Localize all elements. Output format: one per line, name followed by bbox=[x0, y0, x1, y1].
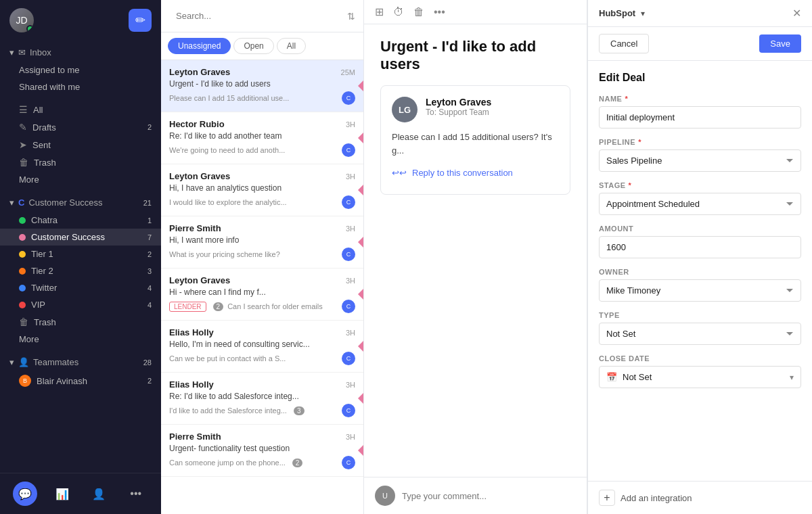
chevron-down-icon: ▾ bbox=[790, 373, 794, 382]
comment-input[interactable] bbox=[402, 491, 576, 501]
cs-badge: 21 bbox=[143, 199, 152, 207]
delete-icon[interactable]: 🗑 bbox=[413, 6, 424, 18]
table-row[interactable]: Leyton Graves 3H Hi, I have an analytics… bbox=[161, 164, 363, 216]
table-row[interactable]: Hector Rubio 3H Re: I'd like to add anot… bbox=[161, 112, 363, 164]
close-date-label: CLOSE DATE bbox=[599, 354, 801, 363]
teammates-section: ▾ 👤 Teammates 28 B Blair Avinash 2 bbox=[0, 350, 161, 393]
sidebar-item-drafts[interactable]: ✎ Drafts 2 bbox=[0, 118, 161, 136]
msg-avatar-sm: C bbox=[342, 352, 355, 365]
add-integration-label: Add an integration bbox=[621, 493, 692, 503]
sidebar-item-tier2[interactable]: Tier 2 3 bbox=[0, 262, 161, 279]
sidebar-item-all[interactable]: ☰ All bbox=[0, 101, 161, 118]
drafts-badge: 2 bbox=[148, 123, 152, 131]
name-input[interactable] bbox=[599, 106, 801, 128]
tab-unassigned[interactable]: Unassigned bbox=[168, 38, 231, 54]
table-row[interactable]: Pierre Smith 3H Urgent- functionality te… bbox=[161, 425, 363, 477]
inbox-group[interactable]: ▾ ✉ Inbox bbox=[0, 43, 161, 62]
more-icon[interactable]: ••• bbox=[434, 6, 445, 18]
inbox-section: ▾ ✉ Inbox Assigned to me Shared with me bbox=[0, 41, 161, 98]
chat-button[interactable]: 💬 bbox=[13, 482, 37, 506]
table-row[interactable]: Leyton Graves 25M Urgent - I'd like to a… bbox=[161, 60, 363, 112]
msg-preview: I would like to explore the analytic... bbox=[169, 198, 287, 206]
close-button[interactable]: ✕ bbox=[792, 7, 801, 20]
tab-all[interactable]: All bbox=[277, 38, 306, 54]
search-input[interactable] bbox=[169, 7, 342, 25]
sidebar-item-shared-with-me[interactable]: Shared with me bbox=[0, 78, 161, 95]
clock-icon[interactable]: ⏱ bbox=[393, 6, 404, 18]
msg-time: 3H bbox=[346, 433, 355, 441]
all-label: All bbox=[33, 105, 43, 115]
sidebar-item-cs-trash[interactable]: 🗑 Trash bbox=[0, 313, 161, 331]
amount-input[interactable] bbox=[599, 236, 801, 258]
sidebar-header: JD ✏ bbox=[0, 0, 161, 41]
msg-time: 3H bbox=[346, 172, 355, 181]
sidebar-item-customer-success[interactable]: Customer Success 7 bbox=[0, 229, 161, 246]
cs-item-label: Customer Success bbox=[31, 232, 105, 242]
table-row[interactable]: Pierre Smith 3H Hi, I want more info Wha… bbox=[161, 216, 363, 268]
customer-success-group[interactable]: ▾ C Customer Success 21 bbox=[0, 193, 161, 212]
reply-icon: ↩↩ bbox=[392, 168, 407, 178]
save-button[interactable]: Save bbox=[759, 34, 801, 53]
date-value: Not Set bbox=[623, 372, 784, 382]
avatar[interactable]: JD bbox=[9, 8, 34, 32]
right-panel: HubSpot ▾ ✕ Cancel Save Edit Deal NAME *… bbox=[587, 0, 812, 514]
form-group-stage: STAGE * Appointment Scheduled Qualified … bbox=[599, 181, 801, 215]
calendar-icon: 📅 bbox=[606, 372, 617, 382]
chevron-down-icon: ▾ bbox=[9, 47, 14, 57]
cancel-button[interactable]: Cancel bbox=[599, 34, 649, 53]
sidebar-item-more[interactable]: More bbox=[0, 171, 161, 188]
compose-button[interactable]: ✏ bbox=[129, 9, 152, 32]
sidebar-item-vip[interactable]: VIP 4 bbox=[0, 296, 161, 313]
panel-body: Edit Deal NAME * PIPELINE * Sales Pipeli… bbox=[588, 61, 812, 481]
twitter-dot bbox=[19, 285, 26, 291]
sender-avatar: LG bbox=[392, 97, 418, 122]
table-row[interactable]: Elias Holly 3H Hello, I'm in need of con… bbox=[161, 321, 363, 373]
stage-select[interactable]: Appointment Scheduled Qualified Proposal… bbox=[599, 193, 801, 215]
trash-label: Trash bbox=[34, 158, 56, 168]
reply-button[interactable]: ↩↩ Reply to this conversation bbox=[392, 162, 559, 183]
sidebar-item-twitter[interactable]: Twitter 4 bbox=[0, 279, 161, 296]
pipeline-select[interactable]: Sales Pipeline Marketing Pipeline bbox=[599, 149, 801, 172]
teammates-group[interactable]: ▾ 👤 Teammates 28 bbox=[0, 353, 161, 371]
sidebar-item-tier1[interactable]: Tier 1 2 bbox=[0, 246, 161, 262]
msg-footer: I'd like to add the Salesforce integ... … bbox=[169, 404, 355, 417]
sort-icon[interactable]: ⇅ bbox=[347, 11, 355, 22]
table-row[interactable]: Elias Holly 3H Re: I'd like to add Sales… bbox=[161, 373, 363, 425]
msg-sender-name: Leyton Graves bbox=[169, 171, 346, 181]
close-date-input[interactable]: 📅 Not Set ▾ bbox=[599, 366, 801, 388]
msg-sender-name: Elias Holly bbox=[169, 379, 346, 390]
chevron-down-icon-tm: ▾ bbox=[9, 357, 14, 367]
customer-success-section: ▾ C Customer Success 21 Chatra 1 Custome… bbox=[0, 191, 161, 350]
sidebar-item-assigned-to-me[interactable]: Assigned to me bbox=[0, 62, 161, 78]
all-icon: ☰ bbox=[19, 104, 28, 115]
table-row[interactable]: Leyton Graves 3H Hi - where can I find m… bbox=[161, 268, 363, 321]
form-group-close-date: CLOSE DATE 📅 Not Set ▾ bbox=[599, 354, 801, 388]
sidebar-item-cs-more[interactable]: More bbox=[0, 331, 161, 348]
type-select[interactable]: Not Set New Business Existing Business bbox=[599, 323, 801, 345]
contacts-button[interactable]: 👤 bbox=[87, 482, 111, 506]
twitter-label: Twitter bbox=[31, 283, 57, 293]
tab-open[interactable]: Open bbox=[233, 38, 273, 54]
sidebar-item-blair[interactable]: B Blair Avinash 2 bbox=[0, 371, 161, 390]
owner-select[interactable]: Mike Timoney Blair Avinash John Smith bbox=[599, 279, 801, 302]
more-options-button[interactable]: ••• bbox=[124, 482, 148, 506]
reply-label: Reply to this conversation bbox=[412, 168, 513, 178]
add-integration-button[interactable]: + Add an integration bbox=[599, 490, 692, 506]
analytics-button[interactable]: 📊 bbox=[50, 482, 74, 506]
sidebar-item-chatra[interactable]: Chatra 1 bbox=[0, 212, 161, 229]
selected-indicator bbox=[358, 393, 363, 404]
inbox-icon: ✉ bbox=[18, 47, 26, 57]
main-content: ⊞ ⏱ 🗑 ••• Urgent - I'd like to add users… bbox=[364, 0, 587, 514]
sidebar-item-sent[interactable]: ➤ Sent bbox=[0, 136, 161, 154]
tab-bar: Unassigned Open All bbox=[161, 32, 363, 60]
person-icon: 👤 bbox=[18, 357, 29, 367]
msg-subject: Hi, I want more info bbox=[169, 235, 355, 245]
form-group-pipeline: PIPELINE * Sales Pipeline Marketing Pipe… bbox=[599, 138, 801, 172]
tier2-label: Tier 2 bbox=[31, 266, 53, 276]
msg-subject: Re: I'd like to add Salesforce integ... bbox=[169, 392, 355, 401]
msg-header: Pierre Smith 3H bbox=[169, 223, 355, 233]
msg-subject: Hi, I have an analytics question bbox=[169, 183, 355, 193]
teammates-badge: 28 bbox=[143, 358, 152, 367]
compose-icon[interactable]: ⊞ bbox=[375, 5, 384, 18]
sidebar-item-trash[interactable]: 🗑 Trash bbox=[0, 154, 161, 171]
